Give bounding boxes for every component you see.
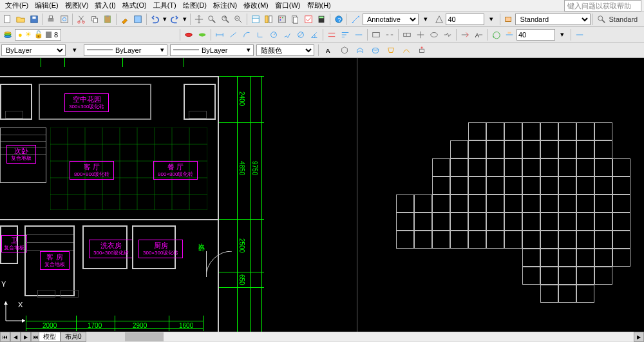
label-guest: 客 房复合地板 [40, 251, 70, 270]
help-search-input[interactable]: 键入问题以获取帮助 [564, 0, 641, 12]
dimedit-icon[interactable] [459, 28, 471, 41]
tool-palette-icon[interactable] [276, 13, 288, 26]
loft-icon[interactable] [384, 44, 397, 57]
scale1-input[interactable] [446, 14, 484, 25]
layer-state-dropdown[interactable]: ● ☀ 🔓 8 [15, 29, 61, 41]
dim-jogged-icon[interactable] [281, 28, 294, 41]
dim-arc-icon[interactable] [240, 28, 253, 41]
viewport-right[interactable] [357, 58, 644, 342]
menu-insert[interactable]: 插入(I) [92, 0, 118, 11]
help-icon[interactable]: ? [332, 13, 345, 26]
layer-props-icon[interactable] [1, 28, 14, 41]
qdim-icon[interactable] [325, 28, 338, 41]
horizontal-scrollbar[interactable]: ⏮ ◀ ▶ ⏭ 模型 布局0 ▶ [0, 332, 644, 342]
calc-icon[interactable] [316, 13, 328, 26]
markup-icon[interactable] [302, 13, 314, 26]
scale-tool-icon[interactable] [433, 13, 445, 26]
zoom-realtime-icon[interactable] [206, 13, 218, 26]
menu-window[interactable]: 窗口(W) [272, 0, 303, 11]
redo-icon[interactable] [169, 13, 181, 26]
zoom-window-icon[interactable]: + [219, 13, 231, 26]
jog-line-icon[interactable] [441, 28, 454, 41]
center-mark-icon[interactable] [414, 28, 427, 41]
revolve-icon[interactable] [369, 44, 382, 57]
sun-icon: ☀ [25, 30, 32, 39]
scrollbar-track[interactable] [125, 332, 634, 341]
dim-linear-icon[interactable] [213, 28, 226, 41]
plot-preview-icon[interactable] [58, 13, 70, 26]
match-prop-icon[interactable] [118, 13, 131, 26]
menu-edit[interactable]: 编辑(E) [32, 0, 61, 11]
dim-ordinate-icon[interactable] [254, 28, 267, 41]
dim-break-icon[interactable] [383, 28, 396, 41]
annot-vis-icon[interactable]: ▾ [419, 13, 431, 26]
new-icon[interactable] [1, 13, 14, 26]
menu-help[interactable]: 帮助(H) [305, 0, 334, 11]
annot-scale-icon[interactable] [349, 13, 361, 26]
dim-continue-icon[interactable] [352, 28, 365, 41]
block-editor-icon[interactable] [131, 13, 144, 26]
dim-space-icon[interactable] [370, 28, 383, 41]
print-icon[interactable] [44, 13, 57, 26]
dim-diameter-icon[interactable] [294, 28, 307, 41]
dimstyle-icon[interactable] [503, 28, 516, 41]
open-icon[interactable] [14, 13, 26, 26]
lineweight-dropdown[interactable]: ByLayer ▾ [170, 44, 254, 56]
tab-model[interactable]: 模型 [39, 332, 61, 342]
pan-icon[interactable] [193, 13, 205, 26]
drawing-area[interactable]: 空中花园300×300玻化砖 次卧复合地板 客 厅800×800玻化砖 餐 厅8… [0, 58, 644, 342]
text-style-dropdown[interactable]: Standard [515, 14, 591, 25]
layer-state-mgr-icon[interactable] [196, 28, 209, 41]
dim-baseline-icon[interactable] [339, 28, 352, 41]
properties-icon[interactable] [249, 13, 261, 26]
menu-view[interactable]: 视图(V) [62, 0, 91, 11]
dimstyle-update-icon[interactable] [489, 28, 502, 41]
annotative-dropdown[interactable]: Annotative [363, 14, 419, 25]
scale2-dropdown-icon[interactable]: ▾ [556, 28, 569, 41]
dimstyle-control-icon[interactable] [573, 28, 586, 41]
sweep-icon[interactable] [400, 44, 413, 57]
scale2-input[interactable] [516, 29, 555, 41]
dim-aligned-icon[interactable] [227, 28, 240, 41]
scroll-right-end-icon[interactable]: ▶ [634, 332, 644, 342]
dimtedit-icon[interactable]: A [472, 28, 485, 41]
scroll-first-icon[interactable]: ⏮ [0, 332, 10, 342]
menu-modify[interactable]: 修改(M) [241, 0, 271, 11]
dim-radius-icon[interactable] [267, 28, 280, 41]
zoom-prev-icon[interactable] [232, 13, 245, 26]
inspect-icon[interactable] [428, 28, 440, 41]
menu-format[interactable]: 格式(O) [120, 0, 149, 11]
extrude-icon[interactable] [354, 44, 366, 57]
layer-prev-icon[interactable] [182, 28, 195, 41]
scrollbar-thumb[interactable] [125, 332, 164, 341]
undo-dropdown-icon[interactable]: ▾ [162, 13, 168, 26]
plot-style-dropdown[interactable]: 随颜色 [256, 44, 314, 56]
sheet-set-icon[interactable] [289, 13, 301, 26]
scroll-left-icon[interactable]: ◀ [10, 332, 21, 342]
redo-dropdown-icon[interactable]: ▾ [182, 13, 188, 26]
copy-icon[interactable] [88, 13, 100, 26]
tolerance-icon[interactable] [401, 28, 413, 41]
menu-tools[interactable]: 工具(T) [151, 0, 179, 11]
paste-icon[interactable] [101, 13, 113, 26]
cut-icon[interactable] [75, 13, 87, 26]
scale1-dropdown-icon[interactable]: ▾ [485, 13, 497, 26]
text-style-icon[interactable] [502, 13, 515, 26]
dim-angular-icon[interactable] [308, 28, 321, 41]
color-bylayer-dropdown[interactable]: ByLayer [1, 44, 66, 56]
save-icon[interactable] [28, 13, 40, 26]
color-dropdown-icon[interactable]: ▾ [68, 44, 81, 57]
menu-draw[interactable]: 绘图(D) [180, 0, 209, 11]
design-center-icon[interactable] [263, 13, 275, 26]
menu-dim[interactable]: 标注(N) [211, 0, 240, 11]
undo-icon[interactable] [149, 13, 161, 26]
box-icon[interactable] [338, 44, 351, 57]
linetype-dropdown[interactable]: ByLayer ▾ [84, 44, 167, 56]
mtext-icon[interactable]: A [323, 44, 336, 57]
viewport-left[interactable]: 空中花园300×300玻化砖 次卧复合地板 客 厅800×800玻化砖 餐 厅8… [0, 58, 357, 342]
scroll-right-icon[interactable]: ▶ [21, 332, 31, 342]
menu-file[interactable]: 文件(F) [3, 0, 31, 11]
tab-layout0[interactable]: 布局0 [61, 332, 86, 342]
find-icon[interactable] [595, 13, 607, 26]
presspull-icon[interactable] [415, 44, 428, 57]
